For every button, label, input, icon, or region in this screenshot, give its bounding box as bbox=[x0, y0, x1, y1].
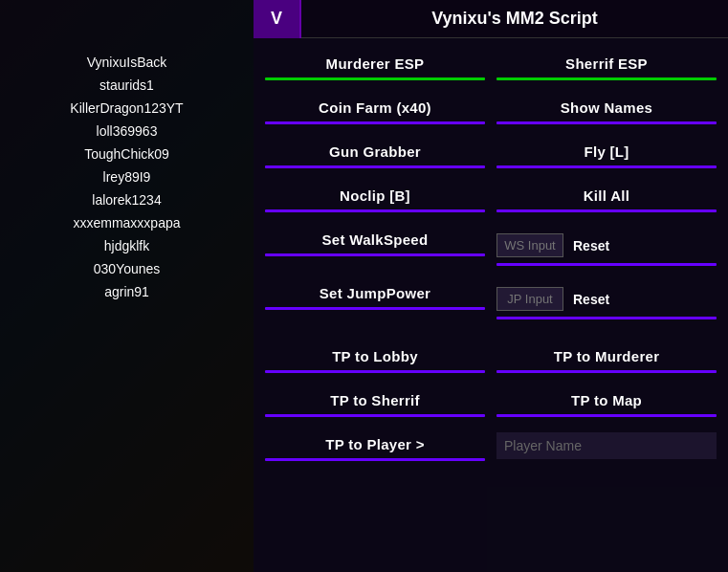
sherrif-esp-underline bbox=[496, 77, 717, 80]
walkspeed-cell: Set WalkSpeed bbox=[259, 220, 491, 272]
tp-player-button[interactable]: TP to Player > bbox=[265, 429, 485, 456]
coin-farm-button[interactable]: Coin Farm (x40) bbox=[265, 92, 485, 120]
tp-lobby-cell: TP to Lobby bbox=[259, 337, 491, 379]
tp-murderer-button[interactable]: TP to Murderer bbox=[496, 341, 717, 368]
ws-input[interactable] bbox=[496, 233, 563, 257]
player-name-cell bbox=[491, 425, 722, 467]
tp-map-underline bbox=[496, 414, 717, 417]
player-name-item: loll369963 bbox=[97, 121, 158, 141]
walkspeed-underline bbox=[265, 253, 485, 256]
sherrif-esp-cell: Sherrif ESP bbox=[491, 44, 722, 86]
tp-lobby-button[interactable]: TP to Lobby bbox=[265, 341, 485, 368]
player-name-item: agrin91 bbox=[104, 282, 149, 301]
ws-reset-button[interactable]: Reset bbox=[569, 234, 613, 257]
show-names-underline bbox=[496, 121, 717, 124]
jumppower-underline bbox=[265, 307, 485, 310]
header-v-label: V bbox=[254, 0, 301, 38]
gun-grabber-cell: Gun Grabber bbox=[259, 132, 491, 174]
kill-all-underline bbox=[496, 209, 717, 212]
tp-sherrif-button[interactable]: TP to Sherrif bbox=[265, 385, 485, 412]
murderer-esp-cell: Murderer ESP bbox=[259, 44, 491, 86]
kill-all-cell: Kill All bbox=[491, 176, 722, 218]
coin-farm-cell: Coin Farm (x40) bbox=[259, 88, 491, 130]
player-name-item: VynixuIsBack bbox=[87, 53, 167, 72]
noclip-button[interactable]: Noclip [B] bbox=[265, 180, 485, 208]
gun-grabber-underline bbox=[265, 165, 485, 168]
ws-controls-underline bbox=[496, 263, 717, 266]
player-name-item: 030Younes bbox=[94, 259, 161, 278]
player-name-input[interactable] bbox=[496, 432, 717, 459]
tp-murderer-cell: TP to Murderer bbox=[491, 337, 722, 379]
player-name-item: ToughChick09 bbox=[84, 144, 169, 164]
fly-button[interactable]: Fly [L] bbox=[496, 136, 717, 164]
tp-sherrif-cell: TP to Sherrif bbox=[259, 381, 491, 423]
player-name-item: lalorek1234 bbox=[92, 190, 161, 209]
tp-murderer-underline bbox=[496, 370, 717, 373]
set-jumppower-button[interactable]: Set JumpPower bbox=[265, 277, 485, 305]
noclip-underline bbox=[265, 209, 485, 212]
header-title: Vynixu's MM2 Script bbox=[301, 9, 728, 29]
main-panel: V Vynixu's MM2 Script Murderer ESP Sherr… bbox=[254, 0, 728, 572]
player-name-item: xxxemmaxxxpapa bbox=[73, 213, 180, 232]
tp-sherrif-underline bbox=[265, 414, 485, 417]
jp-controls-underline bbox=[496, 317, 717, 319]
jumppower-cell: Set JumpPower bbox=[259, 274, 491, 325]
player-name-item: staurids1 bbox=[99, 76, 154, 95]
header: V Vynixu's MM2 Script bbox=[254, 0, 728, 38]
spacer-1 bbox=[254, 325, 728, 335]
set-walkspeed-button[interactable]: Set WalkSpeed bbox=[265, 224, 485, 252]
tp-map-cell: TP to Map bbox=[491, 381, 722, 423]
show-names-button[interactable]: Show Names bbox=[496, 92, 717, 120]
kill-all-button[interactable]: Kill All bbox=[496, 180, 717, 208]
show-names-cell: Show Names bbox=[491, 88, 722, 130]
ws-controls: Reset bbox=[491, 220, 722, 272]
player-name-item: hjdgklfk bbox=[104, 236, 149, 255]
noclip-cell: Noclip [B] bbox=[259, 176, 491, 218]
fly-cell: Fly [L] bbox=[491, 132, 722, 174]
tp-player-cell: TP to Player > bbox=[259, 425, 491, 467]
tp-map-button[interactable]: TP to Map bbox=[496, 385, 717, 412]
jp-input[interactable] bbox=[496, 287, 563, 311]
gun-grabber-button[interactable]: Gun Grabber bbox=[265, 136, 485, 164]
murderer-esp-button[interactable]: Murderer ESP bbox=[265, 48, 485, 76]
player-name-item: lrey89I9 bbox=[103, 167, 151, 187]
player-name-item: KillerDragon123YT bbox=[70, 99, 183, 118]
tp-player-underline bbox=[265, 458, 485, 461]
tp-lobby-underline bbox=[265, 370, 485, 373]
jp-reset-button[interactable]: Reset bbox=[569, 288, 613, 311]
fly-underline bbox=[496, 165, 717, 168]
player-list: VynixuIsBackstaurids1KillerDragon123YTlo… bbox=[0, 0, 254, 572]
sherrif-esp-button[interactable]: Sherrif ESP bbox=[496, 48, 717, 76]
jp-controls: Reset bbox=[491, 274, 722, 325]
murderer-esp-underline bbox=[265, 77, 485, 80]
coin-farm-underline bbox=[265, 121, 485, 124]
